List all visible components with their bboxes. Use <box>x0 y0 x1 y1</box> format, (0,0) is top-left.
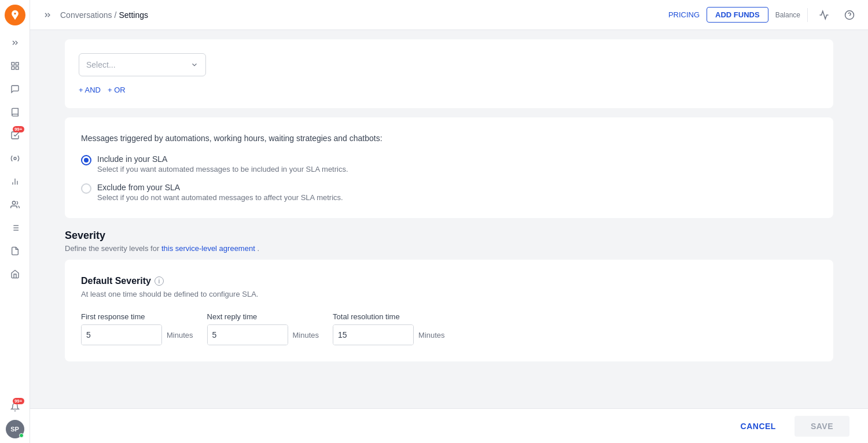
radio-include-text: Include in your SLA Select if you want a… <box>97 154 348 173</box>
app-logo[interactable] <box>5 5 25 25</box>
sidebar-item-grid[interactable] <box>5 56 25 76</box>
footer: CANCEL SAVE <box>30 408 868 443</box>
radio-include-label: Include in your SLA <box>97 154 348 164</box>
add-and-button[interactable]: + AND <box>79 86 101 94</box>
total-resolution-group: Total resolution time − + Minutes <box>333 312 445 345</box>
radio-exclude-desc: Select if you do not want automated mess… <box>97 193 343 202</box>
first-response-unit: Minutes <box>167 331 193 339</box>
online-status <box>19 433 24 438</box>
default-severity-card: Default Severity i At least one time sho… <box>65 260 833 361</box>
filter-select[interactable]: Select... <box>79 53 206 76</box>
breadcrumb-current: Settings <box>119 10 148 20</box>
next-reply-input-row: − + Minutes <box>207 324 319 345</box>
radio-include-circle[interactable] <box>81 155 91 165</box>
sidebar: 99+ <box>0 0 30 443</box>
breadcrumb-conversations[interactable]: Conversations <box>60 10 112 20</box>
first-response-input-row: − + Minutes <box>81 324 193 345</box>
save-button[interactable]: SAVE <box>795 416 849 437</box>
first-response-input-wrapper: − + <box>81 324 162 345</box>
sidebar-item-tickets[interactable]: 99+ <box>5 125 25 146</box>
info-icon[interactable]: i <box>155 276 164 286</box>
total-resolution-input-row: − + Minutes <box>333 324 445 345</box>
svg-rect-0 <box>12 62 14 65</box>
pricing-button[interactable]: PRICING <box>668 10 700 19</box>
add-or-button[interactable]: + OR <box>108 86 126 94</box>
time-fields: First response time − + Minutes <box>81 312 817 345</box>
radio-include[interactable]: Include in your SLA Select if you want a… <box>81 154 817 173</box>
header-divider <box>807 8 808 22</box>
svg-rect-1 <box>16 62 19 65</box>
default-severity-subtitle: At least one time should be defined to c… <box>81 290 817 298</box>
header: Conversations / Settings PRICING ADD FUN… <box>30 0 868 30</box>
and-or-row: + AND + OR <box>79 86 819 94</box>
radio-exclude-circle[interactable] <box>81 183 91 194</box>
severity-link[interactable]: this service-level agreement <box>161 244 255 253</box>
svg-rect-2 <box>12 67 14 69</box>
total-resolution-label: Total resolution time <box>333 312 445 321</box>
severity-header: Severity Define the severity levels for … <box>65 230 833 253</box>
breadcrumb-separator: / <box>115 10 117 20</box>
sidebar-item-people[interactable] <box>5 194 25 215</box>
next-reply-unit: Minutes <box>293 331 319 339</box>
first-response-label: First response time <box>81 312 193 321</box>
select-row: Select... <box>79 53 819 76</box>
sidebar-item-conversations[interactable] <box>5 79 25 99</box>
radio-include-desc: Select if you want automated messages to… <box>97 165 348 173</box>
total-resolution-input-wrapper: − + <box>333 324 414 345</box>
content-area: Select... + AND + OR Messages triggered … <box>30 30 868 443</box>
sidebar-item-contacts[interactable] <box>5 102 25 123</box>
sidebar-item-list[interactable] <box>5 217 25 238</box>
next-reply-group: Next reply time − + Minutes <box>207 312 319 345</box>
sidebar-item-automation[interactable] <box>5 148 25 169</box>
notification-badge: 99+ <box>13 398 24 404</box>
sidebar-item-expand[interactable] <box>5 32 25 53</box>
cancel-button[interactable]: CANCEL <box>729 417 788 435</box>
main-wrapper: Conversations / Settings PRICING ADD FUN… <box>30 0 868 443</box>
header-nav: PRICING ADD FUNDS Balance <box>668 6 859 24</box>
sidebar-item-store[interactable] <box>5 264 25 285</box>
filter-section: Select... + AND + OR <box>65 39 833 108</box>
balance-label: Balance <box>775 11 800 19</box>
severity-title: Severity <box>65 230 833 242</box>
sla-section-title: Messages triggered by automations, worki… <box>81 134 817 143</box>
select-placeholder: Select... <box>86 60 116 69</box>
radio-exclude[interactable]: Exclude from your SLA Select if you do n… <box>81 183 817 202</box>
user-avatar[interactable]: SP <box>6 420 24 438</box>
next-reply-input-wrapper: − + <box>207 324 288 345</box>
sla-messages-section: Messages triggered by automations, worki… <box>65 117 833 218</box>
svg-point-8 <box>12 201 15 204</box>
expand-nav-icon[interactable] <box>39 7 56 23</box>
svg-rect-3 <box>16 67 19 69</box>
default-severity-title: Default Severity i <box>81 276 817 286</box>
breadcrumb: Conversations / Settings <box>60 10 664 20</box>
first-response-input[interactable] <box>82 325 162 345</box>
svg-point-4 <box>14 157 16 160</box>
next-reply-label: Next reply time <box>207 312 319 321</box>
sla-radio-group: Include in your SLA Select if you want a… <box>81 154 817 202</box>
radio-exclude-text: Exclude from your SLA Select if you do n… <box>97 183 343 202</box>
first-response-group: First response time − + Minutes <box>81 312 193 345</box>
announcement-icon[interactable] <box>815 6 833 24</box>
sidebar-item-reports[interactable] <box>5 171 25 192</box>
add-funds-button[interactable]: ADD FUNDS <box>707 7 768 23</box>
total-resolution-unit: Minutes <box>418 331 445 339</box>
tickets-badge: 99+ <box>13 126 24 132</box>
help-icon[interactable] <box>840 6 859 24</box>
sidebar-item-reports2[interactable] <box>5 241 25 261</box>
radio-exclude-label: Exclude from your SLA <box>97 183 343 192</box>
severity-description: Define the severity levels for this serv… <box>65 244 833 253</box>
notification-bell[interactable]: 99+ <box>5 397 25 418</box>
next-reply-input[interactable] <box>208 325 288 345</box>
total-resolution-input[interactable] <box>333 325 414 345</box>
